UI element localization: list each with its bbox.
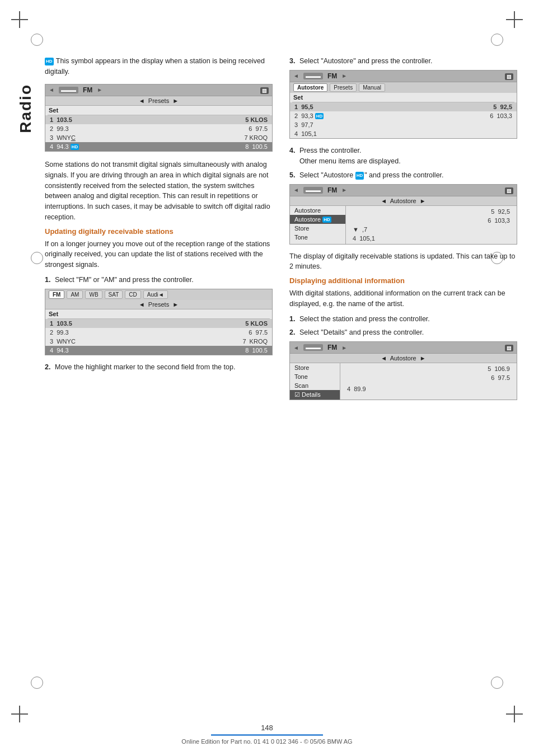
menu5-scan: Scan	[290, 381, 340, 390]
menu5-store: Store	[290, 363, 340, 372]
circle-mark-tr	[491, 34, 503, 46]
screen-3-row-3: 3 97,7	[290, 120, 517, 129]
screen-4-icon: ▤	[505, 187, 513, 194]
step-2: 2. Move the highlight marker to the seco…	[45, 362, 273, 373]
section-2-body: With digital stations, additional inform…	[289, 288, 517, 309]
updated-text: The display of digitally receivable stat…	[289, 251, 517, 273]
s2r4-right: 8 100.5	[245, 347, 268, 354]
footer: 148 Online Edition for Part no. 01 41 0 …	[0, 724, 534, 745]
tab3-presets: Presets	[330, 83, 357, 92]
s2r3-left: 3 WNYC	[50, 338, 76, 345]
s4-row1: 5 92,5	[348, 207, 514, 216]
step-6: 1. Select the station and press the cont…	[289, 314, 517, 325]
screen-4-rows: 5 92,5 6 103,3 ▼ ,7 4 105,1	[346, 206, 517, 244]
screen-3-fm: FM	[327, 72, 337, 80]
screen-4-fm: FM	[327, 186, 337, 194]
screen-1-fm: FM	[83, 86, 92, 94]
screen-1-label: Set	[45, 106, 272, 115]
step-6-text: Select the station and press the control…	[299, 314, 430, 325]
menu-store: Store	[290, 224, 345, 233]
step-7: 2. Select "Details" and press the contro…	[289, 327, 517, 338]
screen-5: ◄ ▬▬▬ FM ► ▤ ◄ Autostore ► Store Tone Sc…	[289, 341, 517, 400]
main-content: HD This symbol appears in the display wh…	[45, 56, 517, 711]
s4-row3: ▼ ,7	[348, 225, 514, 234]
left-column: HD This symbol appears in the display wh…	[45, 56, 273, 407]
screen-4-signal: ▬▬▬	[303, 187, 323, 194]
arrow-left-1: ◄	[49, 87, 54, 93]
screen-5-menu: Store Tone Scan ☑ Details	[290, 363, 340, 400]
row1-right: 5 KLOS	[245, 116, 268, 123]
screen-3-header: ◄ ▬▬▬ FM ► ▤	[290, 71, 517, 82]
row3-left: 3 WNYC	[50, 134, 76, 141]
step-1-text: Select "FM" or "AM" and press the contro…	[55, 275, 194, 285]
s2r2-left: 2 99.3	[50, 329, 69, 336]
screen-1-signal: ▬▬▬	[59, 87, 78, 93]
screen-4-header: ◄ ▬▬▬ FM ► ▤	[290, 185, 517, 196]
screen-4-menu: Autostore Autostore HD Store Tone	[290, 206, 346, 244]
screen-3-label: Set	[290, 93, 517, 102]
s3r1-left: 1 95,5	[294, 104, 313, 110]
screen-3-icon: ▤	[505, 73, 513, 79]
step-5-num: 5.	[289, 170, 297, 181]
row4-left: 4 94.3 HD	[50, 143, 79, 151]
page-number: 148	[0, 724, 534, 732]
screen-4: ◄ ▬▬▬ FM ► ▤ ◄ Autostore ► Autostore Aut…	[289, 184, 517, 245]
step-1: 1. Select "FM" or "AM" and press the con…	[45, 275, 273, 285]
s2r1-right: 5 KLOS	[245, 320, 268, 327]
s5-row1: 5 106.9	[343, 364, 514, 373]
step-4-num: 4.	[289, 145, 297, 167]
footer-text: Online Edition for Part no. 01 41 0 012 …	[0, 738, 534, 745]
step-5: 5. Select "Autostore HD" and press the c…	[289, 170, 517, 181]
screen-3-tabs: Autostore Presets Manual	[290, 82, 517, 93]
screen-1-row-2: 2 99.3 6 97.5	[45, 124, 272, 133]
s5-row4: 4 89.9	[343, 384, 514, 393]
screen-2-row-2: 2 99.3 6 97.5	[45, 328, 272, 337]
section-heading-2: Displaying additional information	[289, 276, 517, 285]
screen-5-signal: ▬▬▬	[303, 344, 323, 351]
screen-2-row-3: 3 WNYC 7 KROQ	[45, 337, 272, 346]
screen-1-row-4: 4 94.3 HD 8 100.5	[45, 142, 272, 152]
step-7-num: 2.	[289, 327, 297, 338]
step-2-text: Move the highlight marker to the second …	[55, 362, 235, 373]
tab-am: AM	[67, 290, 83, 299]
screen-3: ◄ ▬▬▬ FM ► ▤ Autostore Presets Manual Se…	[289, 70, 517, 139]
menu5-details: ☑ Details	[290, 390, 340, 400]
radio-label: Radio	[17, 84, 35, 133]
screen-3-signal: ▬▬▬	[303, 73, 323, 79]
menu-autostore: Autostore	[290, 206, 345, 215]
section-body-1: If on a longer journey you move out of t…	[45, 239, 273, 270]
step-6-num: 1.	[289, 314, 297, 325]
circle-mark-ml	[31, 252, 43, 264]
analog-paragraph: Some stations do not transmit digital si…	[45, 159, 273, 223]
row3-right: 7 KROQ	[244, 134, 268, 141]
screen-5-body: Store Tone Scan ☑ Details 5 106.9 6 97.5	[290, 363, 517, 400]
row2-left: 2 99.3	[50, 125, 69, 132]
screen-2-sub: ◄ Presets ►	[45, 300, 272, 309]
columns: HD This symbol appears in the display wh…	[45, 56, 517, 407]
screen-5-sub: ◄ Autostore ►	[290, 354, 517, 363]
s4-row4: 4 105,1	[348, 234, 514, 243]
menu5-tone: Tone	[290, 372, 340, 381]
arrow-right-1: ►	[97, 87, 102, 93]
screen-1-row-1: 1 103.5 5 KLOS	[45, 115, 272, 124]
s3r2-left: 2 93,3 HD	[294, 112, 324, 120]
s4-row2: 6 103,3	[348, 216, 514, 225]
screen-2-row-1: 1 103.5 5 KLOS	[45, 319, 272, 328]
screen-2: FM AM WB SAT CD Audi◄ ◄ Presets ► Set 1 …	[45, 289, 273, 355]
screen-1-sub: ◄ Presets ►	[45, 96, 272, 106]
tab3-autostore: Autostore	[293, 83, 327, 92]
s4-arrow-right: ►	[341, 187, 347, 193]
step-5-text: Select "Autostore HD" and press the cont…	[299, 170, 444, 181]
tab-cd: CD	[125, 290, 140, 299]
corner-mark-tr	[506, 11, 523, 28]
step-3: 3. Select "Autostore" and press the cont…	[289, 56, 517, 67]
row4-right: 8 100.5	[245, 143, 268, 151]
screen-5-fm: FM	[327, 344, 337, 351]
step-2-num: 2.	[45, 362, 53, 373]
right-column: 3. Select "Autostore" and press the cont…	[289, 56, 517, 407]
section-heading-1: Updating digitally receivable stations	[45, 227, 273, 236]
screen-2-label: Set	[45, 309, 272, 318]
tab-audi: Audi◄	[143, 290, 168, 299]
tab3-manual: Manual	[359, 83, 385, 92]
screen-5-header: ◄ ▬▬▬ FM ► ▤	[290, 342, 517, 354]
